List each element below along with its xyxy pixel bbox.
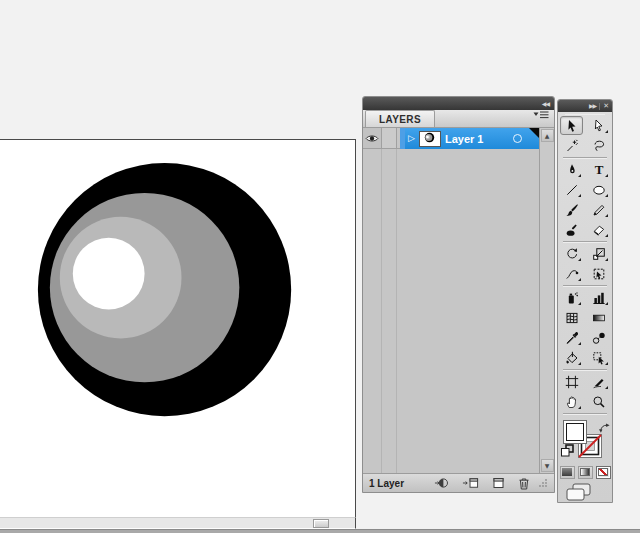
svg-text:T: T: [594, 163, 603, 177]
free-transform-tool[interactable]: [585, 264, 612, 284]
live-paint-bucket-icon: [565, 351, 579, 365]
scroll-up-button[interactable]: ▲: [541, 129, 554, 142]
paint-none-button[interactable]: [596, 466, 611, 479]
change-screen-mode-button[interactable]: [565, 483, 593, 503]
symbol-sprayer-tool[interactable]: [558, 288, 585, 308]
tool-group-divider: [563, 241, 607, 243]
zoom-icon: [592, 395, 606, 409]
pencil-tool[interactable]: [585, 200, 612, 220]
tool-group-divider: [563, 285, 607, 287]
artboard-icon: [565, 375, 579, 389]
resize-grip-icon: [538, 478, 548, 488]
layer-thumbnail-image: [420, 132, 440, 146]
layer-thumbnail[interactable]: [419, 131, 441, 147]
blend-icon: [592, 331, 606, 345]
make-clipping-mask-button[interactable]: [434, 477, 449, 489]
fill-swatch[interactable]: [563, 420, 587, 444]
screen-mode-icon: [565, 483, 593, 503]
layer-disclosure-triangle[interactable]: ▷: [408, 134, 415, 143]
create-new-layer-button[interactable]: [492, 477, 505, 489]
layer-count-label: 1 Layer: [369, 478, 404, 489]
panel-resize-grip[interactable]: [538, 474, 548, 492]
selection-tool[interactable]: [558, 116, 585, 136]
layer-visibility-toggle[interactable]: [363, 128, 382, 149]
tab-layers[interactable]: LAYERS: [365, 110, 435, 127]
type-tool[interactable]: T: [585, 160, 612, 180]
line-segment-tool[interactable]: [558, 180, 585, 200]
layer-lock-toggle[interactable]: [382, 128, 397, 149]
scroll-down-button[interactable]: ▼: [541, 459, 554, 472]
paint-none-icon: [598, 468, 608, 476]
rotate-icon: [565, 247, 579, 261]
swap-arrow-icon: [599, 423, 610, 433]
live-paint-bucket-tool[interactable]: [558, 348, 585, 368]
layers-panel: ◀◀ LAYERS: [362, 96, 555, 493]
paint-color-button[interactable]: [560, 466, 575, 479]
layers-panel-titlebar: ◀◀: [363, 97, 554, 110]
tool-row: [558, 348, 612, 368]
direct-selection-tool[interactable]: [585, 116, 612, 136]
layers-vertical-scrollbar[interactable]: ▲ ▼: [539, 128, 554, 473]
panel-menu-button[interactable]: [533, 106, 549, 124]
graph-tool[interactable]: [585, 288, 612, 308]
default-fill-stroke-button[interactable]: [561, 443, 574, 461]
default-fill-stroke-icon: [561, 444, 574, 457]
delete-selection-button[interactable]: [518, 477, 530, 490]
layer-row-corner-fold: [529, 128, 539, 138]
artboard-canvas[interactable]: [0, 139, 356, 517]
blob-brush-tool[interactable]: [558, 220, 585, 240]
eyedropper-tool[interactable]: [558, 328, 585, 348]
pen-tool[interactable]: [558, 160, 585, 180]
tool-row: [558, 372, 612, 392]
scale-tool[interactable]: [585, 244, 612, 264]
lasso-tool[interactable]: [585, 136, 612, 156]
magic-wand-tool[interactable]: [558, 136, 585, 156]
layer-row[interactable]: ▷ Layer 1: [363, 128, 539, 149]
pen-icon: [565, 163, 579, 177]
layers-list-empty-area[interactable]: [363, 149, 539, 473]
graph-icon: [592, 291, 606, 305]
fill-stroke-indicator: [558, 418, 612, 464]
mesh-icon: [565, 311, 579, 325]
hand-icon: [565, 395, 579, 409]
eraser-icon: [592, 223, 606, 237]
artboard-tool[interactable]: [558, 372, 585, 392]
panel-drag-grip[interactable]: [565, 114, 605, 115]
paint-gradient-button[interactable]: [578, 466, 593, 479]
tool-row: [558, 288, 612, 308]
horizontal-scrollbar[interactable]: [0, 517, 356, 529]
hand-tool[interactable]: [558, 392, 585, 412]
rotate-tool[interactable]: [558, 244, 585, 264]
layer-target-circle[interactable]: [513, 134, 522, 143]
white-highlight-circle[interactable]: [73, 238, 145, 310]
tool-row: [558, 392, 612, 412]
zoom-tool[interactable]: [585, 392, 612, 412]
warp-tool[interactable]: [558, 264, 585, 284]
mesh-tool[interactable]: [558, 308, 585, 328]
close-panel-icon[interactable]: ✕: [603, 103, 609, 110]
ellipse-tool[interactable]: [585, 180, 612, 200]
horizontal-scrollbar-thumb[interactable]: [313, 519, 329, 528]
layers-panel-statusbar: 1 Layer: [363, 473, 554, 492]
layer-name-label[interactable]: Layer 1: [445, 133, 484, 145]
blend-tool[interactable]: [585, 328, 612, 348]
slice-tool[interactable]: [585, 372, 612, 392]
tools-panel-titlebar: ▶▶ ✕: [558, 100, 612, 112]
layer-row-body[interactable]: ▷ Layer 1: [405, 128, 539, 149]
line-segment-icon: [565, 183, 579, 197]
eye-icon: [365, 134, 379, 143]
live-paint-selection-tool[interactable]: [585, 348, 612, 368]
tool-row: [558, 220, 612, 240]
blob-brush-icon: [565, 223, 579, 237]
new-layer-icon: [492, 477, 505, 489]
paintbrush-tool[interactable]: [558, 200, 585, 220]
eraser-tool[interactable]: [585, 220, 612, 240]
scale-icon: [592, 247, 606, 261]
tool-group-divider: [563, 413, 607, 415]
create-new-sublayer-button[interactable]: [462, 477, 479, 489]
gradient-tool[interactable]: [585, 308, 612, 328]
tool-row: [558, 136, 612, 156]
layers-tab-label: LAYERS: [379, 114, 421, 125]
expand-dock-icon[interactable]: ▶▶: [589, 103, 596, 109]
free-transform-icon: [592, 267, 606, 281]
